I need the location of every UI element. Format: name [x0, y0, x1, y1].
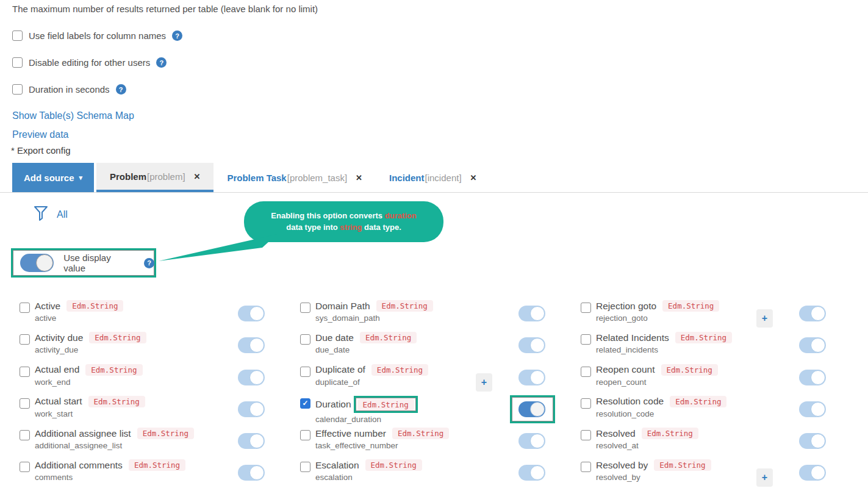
- field-toggle[interactable]: [799, 306, 826, 321]
- field-checkbox[interactable]: [300, 430, 310, 440]
- field-label: Resolved by: [596, 460, 648, 471]
- add-source-button[interactable]: Add source ▾: [12, 163, 94, 192]
- add-related-field-button[interactable]: +: [476, 373, 492, 392]
- use-display-value-toggle[interactable]: [20, 254, 54, 272]
- field-label: Domain Path: [315, 301, 370, 312]
- field-toggle[interactable]: [238, 433, 265, 449]
- field-checkbox[interactable]: [581, 303, 591, 313]
- field-toggle[interactable]: [799, 401, 826, 417]
- funnel-icon[interactable]: [34, 205, 48, 224]
- type-badge: Edm.String: [88, 396, 145, 407]
- field-toggle[interactable]: [518, 306, 545, 321]
- tooltip-highlight-duration: duration: [385, 211, 417, 220]
- type-badge: Edm.String: [137, 428, 194, 439]
- field-checkbox[interactable]: [20, 367, 30, 377]
- field-row-resolved: Resolved Edm.String resolved_at: [581, 425, 849, 456]
- type-badge: Edm.String: [129, 459, 185, 471]
- field-toggle[interactable]: [238, 465, 265, 481]
- field-toggle[interactable]: [799, 370, 826, 385]
- close-icon[interactable]: ✕: [356, 173, 362, 182]
- tab-problem[interactable]: Problem [problem] ✕: [96, 163, 213, 192]
- field-toggle[interactable]: [518, 433, 545, 449]
- type-badge: Edm.String: [376, 300, 433, 312]
- tab-problem-name: Problem: [110, 171, 146, 182]
- field-label: Reopen count: [596, 364, 655, 375]
- field-row-escalation: Escalation Edm.String escalation: [300, 456, 581, 488]
- field-label: Due date: [315, 332, 354, 343]
- tooltip-text: Enabling this option converts: [271, 211, 384, 220]
- field-toggle-active[interactable]: [518, 401, 545, 417]
- field-checkbox[interactable]: [581, 462, 591, 472]
- help-icon[interactable]: ?: [144, 258, 154, 268]
- help-icon[interactable]: ?: [116, 84, 126, 95]
- field-row-actual-end: Actual end Edm.String work_end: [20, 361, 300, 393]
- type-badge: Edm.String: [66, 300, 123, 312]
- field-checkbox[interactable]: [20, 334, 30, 345]
- show-schema-map-link[interactable]: Show Table(s) Schema Map: [12, 110, 134, 121]
- field-row-resolution-code: Resolution code Edm.String resolution_co…: [581, 393, 849, 425]
- use-display-value-group: Use display value ?: [11, 248, 156, 278]
- source-tabbar: Add source ▾ Problem [problem] ✕ Problem…: [0, 163, 868, 193]
- tab-incident[interactable]: Incident [incident] ✕: [376, 163, 490, 192]
- add-related-field-button[interactable]: +: [756, 309, 773, 328]
- tab-incident-name: Incident: [389, 173, 425, 183]
- field-label: Resolved: [596, 428, 636, 439]
- type-badge-annotation: Edm.String: [354, 396, 418, 413]
- field-checkbox[interactable]: [300, 462, 310, 472]
- field-row-active: Active Edm.String active: [20, 297, 300, 329]
- field-checkbox[interactable]: [20, 430, 30, 440]
- field-checkbox[interactable]: [581, 334, 591, 345]
- field-toggle[interactable]: [238, 401, 265, 417]
- help-icon[interactable]: ?: [156, 57, 167, 68]
- disable-editing-checkbox[interactable]: [12, 57, 23, 68]
- help-icon[interactable]: ?: [172, 30, 182, 41]
- field-label: Resolution code: [596, 396, 664, 407]
- field-toggle[interactable]: [238, 306, 265, 321]
- field-toggle[interactable]: [238, 370, 265, 385]
- option-disable-editing: Disable editing for other users ?: [12, 57, 167, 68]
- field-row-rejection-goto: Rejection goto Edm.String rejection_goto…: [581, 297, 849, 329]
- preview-data-link[interactable]: Preview data: [12, 129, 69, 140]
- field-checkbox[interactable]: [300, 303, 310, 313]
- field-label: Duration: [315, 399, 351, 410]
- field-toggle[interactable]: [799, 433, 826, 449]
- add-related-field-button[interactable]: +: [756, 468, 773, 487]
- field-toggle[interactable]: [238, 337, 265, 353]
- type-badge: Edm.String: [89, 332, 146, 343]
- field-toggle[interactable]: [518, 465, 545, 481]
- field-row-additional-comments: Additional comments Edm.String comments: [20, 456, 300, 488]
- type-badge: Edm.String: [654, 459, 711, 471]
- field-label: Actual end: [35, 364, 79, 375]
- close-icon[interactable]: ✕: [470, 173, 477, 182]
- type-badge: Edm.String: [662, 300, 719, 312]
- field-toggle[interactable]: [799, 337, 826, 353]
- field-checkbox[interactable]: [581, 367, 591, 377]
- tab-problem-task-table: [problem_task]: [287, 173, 347, 183]
- field-checkbox[interactable]: [20, 462, 30, 472]
- field-label: Active: [35, 301, 60, 312]
- field-toggle[interactable]: [518, 337, 545, 353]
- field-checkbox[interactable]: [300, 367, 310, 377]
- use-field-labels-checkbox[interactable]: [12, 30, 23, 41]
- max-results-helper-text: The maximum number of results returned p…: [12, 4, 318, 14]
- type-badge: Edm.String: [661, 364, 718, 376]
- use-field-labels-label: Use field labels for column names: [29, 30, 166, 41]
- filter-all-label[interactable]: All: [57, 209, 68, 220]
- type-badge: Edm.String: [642, 428, 698, 439]
- field-toggle[interactable]: [799, 465, 826, 481]
- type-badge: Edm.String: [360, 332, 417, 343]
- type-badge: Edm.String: [392, 428, 449, 439]
- field-checkbox[interactable]: [20, 398, 30, 409]
- field-checkbox[interactable]: [300, 334, 310, 345]
- field-checkbox[interactable]: [581, 430, 591, 440]
- field-checkbox-checked[interactable]: ✓: [300, 398, 310, 409]
- field-checkbox[interactable]: [20, 303, 30, 313]
- export-config-label: * Export config: [11, 145, 71, 156]
- field-checkbox[interactable]: [581, 398, 591, 409]
- duration-seconds-checkbox[interactable]: [12, 84, 23, 95]
- tab-problem-task[interactable]: Problem Task [problem_task] ✕: [213, 163, 376, 192]
- field-toggle[interactable]: [518, 370, 545, 385]
- option-use-field-labels: Use field labels for column names ?: [12, 30, 182, 41]
- close-icon[interactable]: ✕: [194, 172, 201, 181]
- tab-problem-task-name: Problem Task: [227, 173, 286, 183]
